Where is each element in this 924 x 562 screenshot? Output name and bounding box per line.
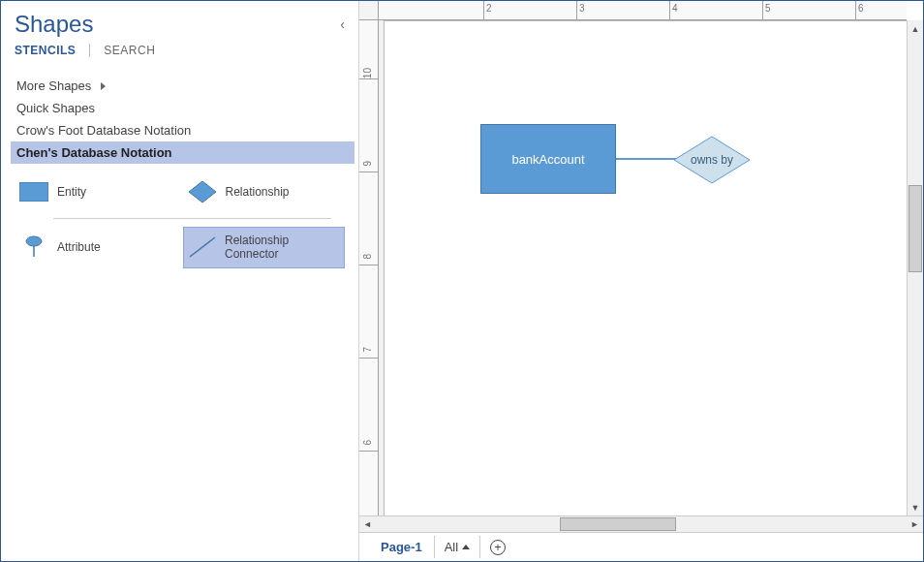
svg-rect-0: [19, 182, 48, 202]
app-frame: Shapes ‹ STENCILS SEARCH More Shapes Qui…: [0, 0, 924, 562]
palette-relationship[interactable]: Relationship: [183, 173, 346, 210]
ruler-label: 6: [362, 440, 373, 446]
stencil-label: More Shapes: [16, 78, 91, 93]
palette-label: Entity: [57, 185, 86, 199]
ruler-label: 6: [858, 3, 864, 14]
entity-text: bankAccount: [511, 152, 584, 167]
palette-label: Relationship: [226, 185, 290, 199]
horizontal-ruler: 2 3 4 5 6: [379, 1, 907, 20]
add-page-button[interactable]: +: [480, 538, 515, 557]
relationship-text: owns by: [691, 153, 733, 167]
stencil-label: Chen's Database Notation: [16, 145, 172, 160]
scroll-right-button[interactable]: ►: [907, 516, 923, 532]
ruler-corner: [359, 1, 379, 20]
stencil-label: Quick Shapes: [16, 101, 95, 115]
palette-label: Relationship Connector: [225, 234, 340, 262]
vertical-ruler: 10 9 8 7 6: [359, 20, 379, 515]
svg-line-4: [190, 237, 215, 257]
stencil-label: Crow's Foot Database Notation: [16, 123, 191, 138]
horizontal-scroll-thumb[interactable]: [560, 517, 676, 531]
relationship-icon: [187, 179, 218, 204]
stencil-more-shapes[interactable]: More Shapes: [11, 75, 354, 97]
canvas-area: 2 3 4 5 6 10 9 8 7 6 bankAccount: [359, 1, 923, 561]
palette-label: Attribute: [57, 240, 101, 254]
palette-divider: [53, 218, 331, 219]
ruler-label: 3: [579, 3, 585, 14]
shapes-tabs: STENCILS SEARCH: [1, 42, 358, 65]
horizontal-scrollbar[interactable]: ◄ ►: [359, 515, 923, 532]
collapse-panel-button[interactable]: ‹: [340, 16, 345, 32]
plus-circle-icon: +: [490, 540, 506, 555]
scroll-left-button[interactable]: ◄: [359, 516, 376, 532]
all-pages-button[interactable]: All: [435, 536, 480, 558]
ruler-label: 4: [672, 3, 678, 14]
ruler-label: 10: [362, 68, 373, 78]
ruler-label: 7: [362, 347, 373, 353]
ruler-label: 2: [486, 3, 492, 14]
tab-stencils[interactable]: STENCILS: [15, 42, 76, 59]
stencil-quick-shapes[interactable]: Quick Shapes: [11, 97, 354, 119]
entity-shape-bankaccount[interactable]: bankAccount: [480, 124, 616, 194]
drawing-page[interactable]: bankAccount owns by: [384, 20, 907, 515]
vertical-scrollbar[interactable]: ▲ ▼: [907, 20, 923, 515]
palette-attribute[interactable]: Attribute: [15, 227, 177, 268]
horizontal-scroll-track[interactable]: [376, 516, 907, 532]
ruler-label: 8: [362, 254, 373, 260]
palette-relationship-connector[interactable]: Relationship Connector: [183, 227, 346, 268]
scroll-down-button[interactable]: ▼: [908, 499, 923, 515]
shapes-panel: Shapes ‹ STENCILS SEARCH More Shapes Qui…: [1, 1, 359, 561]
svg-marker-1: [189, 181, 216, 203]
shapes-title: Shapes: [15, 11, 93, 38]
tab-separator: [89, 44, 90, 57]
stencil-list: More Shapes Quick Shapes Crow's Foot Dat…: [1, 65, 358, 164]
svg-point-2: [26, 236, 42, 246]
stencil-chen[interactable]: Chen's Database Notation: [11, 141, 354, 164]
shape-palette: Entity Relationship Attribute: [1, 164, 358, 278]
caret-up-icon: [462, 545, 470, 549]
connector-line[interactable]: [616, 158, 676, 160]
all-label: All: [445, 540, 458, 554]
ruler-label: 5: [765, 3, 771, 14]
entity-icon: [18, 179, 49, 204]
palette-entity[interactable]: Entity: [15, 173, 177, 210]
relationship-shape-ownsby[interactable]: owns by: [673, 136, 751, 184]
stencil-crows-foot[interactable]: Crow's Foot Database Notation: [11, 119, 354, 141]
attribute-icon: [18, 234, 49, 260]
shapes-panel-header: Shapes ‹: [1, 1, 358, 42]
scroll-up-button[interactable]: ▲: [908, 20, 923, 37]
ruler-label: 9: [362, 161, 373, 167]
relationship-connector-icon: [188, 234, 218, 260]
caret-right-icon: [101, 82, 106, 90]
page-tabs-bar: Page-1 All +: [359, 532, 923, 561]
drawing-canvas[interactable]: bankAccount owns by: [379, 20, 907, 515]
page-tab-1[interactable]: Page-1: [369, 536, 435, 558]
vertical-scroll-thumb[interactable]: [909, 185, 922, 272]
tab-search[interactable]: SEARCH: [104, 42, 155, 59]
chevron-left-icon: ‹: [340, 16, 345, 32]
